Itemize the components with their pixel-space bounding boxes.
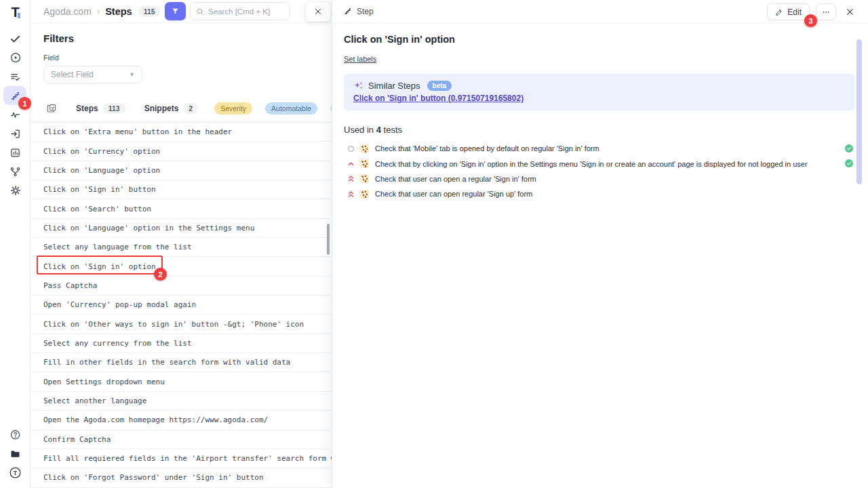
passed-check-icon — [845, 159, 853, 167]
test-title: Check that user can open regular 'Sign u… — [375, 190, 532, 198]
step-row-title: Pass Captcha — [43, 281, 97, 290]
step-row-title: Click on 'Other ways to sign in' button … — [43, 320, 304, 329]
filter-button[interactable] — [165, 2, 186, 20]
t-circle-icon: T — [9, 466, 22, 479]
steps-total-badge: 115 — [138, 6, 161, 17]
test-title: Check that by clicking on 'Sign in' opti… — [375, 160, 808, 168]
filter-pill-severity[interactable]: Severity — [214, 102, 252, 115]
step-row-title: Select any language from the list — [43, 243, 192, 251]
firework-emoji-icon — [360, 159, 369, 168]
edit-button[interactable]: Edit — [767, 3, 810, 20]
step-row-title: Click on 'Search' button — [43, 205, 151, 214]
firework-emoji-icon — [360, 174, 369, 183]
sidebar-item-import[interactable] — [0, 125, 31, 142]
set-labels-link[interactable]: Set labels — [344, 55, 376, 63]
step-row-title: Click on 'Currency' option — [43, 147, 160, 156]
pulse-icon — [9, 109, 21, 121]
similar-steps-box: Similar Steps beta Click on 'Sign in' bu… — [344, 74, 854, 110]
beta-badge: beta — [427, 81, 452, 91]
step-row-title: Click on 'Forgot Password' under 'Sign i… — [43, 473, 264, 482]
annotation-rect-selected-step — [37, 256, 163, 274]
help-icon — [9, 429, 21, 441]
sidebar: T — [0, 0, 31, 488]
search-input[interactable] — [208, 7, 283, 16]
test-row[interactable]: Check that user can open regular 'Sign u… — [344, 186, 868, 201]
sidebar-item-projects[interactable] — [0, 445, 31, 462]
passed-check-icon — [845, 144, 853, 152]
test-row[interactable]: Check that by clicking on 'Sign in' opti… — [344, 156, 868, 171]
sidebar-item-reports[interactable] — [0, 144, 31, 161]
sidebar-item-runs[interactable] — [0, 49, 31, 66]
severity-critical-icon — [347, 190, 355, 199]
sparkles-icon — [353, 81, 363, 91]
app-logo[interactable]: T — [0, 4, 31, 20]
panel-scrollbar[interactable] — [856, 39, 862, 184]
step-row-title: Click on 'Extra menu' button in the head… — [43, 127, 232, 136]
tests-list: Check that 'Mobile' tab is opened by def… — [344, 141, 856, 202]
funnel-icon — [171, 7, 180, 16]
step-detail-panel: Step Edit Click on 'Sign in' option Set … — [332, 0, 868, 488]
sidebar-item-tests[interactable] — [0, 30, 31, 47]
search-close-button[interactable] — [305, 1, 331, 22]
step-row-title: Click on 'Language' option — [43, 166, 160, 175]
breadcrumb-project[interactable]: Agoda.com — [43, 6, 92, 17]
filter-pill-automatable[interactable]: Automatable — [265, 102, 317, 115]
logo-accent — [18, 13, 20, 18]
edit-button-label: Edit — [787, 7, 802, 17]
step-row-title: Fill all requiered fields in the 'Airpor… — [43, 454, 362, 463]
firework-emoji-icon — [360, 144, 369, 153]
app-window: T — [0, 0, 868, 488]
import-icon — [9, 128, 21, 140]
step-row-title: Fill in other fields in the search form … — [43, 358, 290, 367]
tab-snippets[interactable]: Snippets 2 — [144, 103, 199, 114]
step-row-title: Click on 'Language' option in the Settin… — [43, 224, 254, 232]
chevron-down-icon: ▼ — [129, 71, 135, 78]
step-stairs-icon — [343, 7, 352, 16]
gear-icon — [9, 184, 22, 197]
check-icon — [9, 33, 21, 45]
tab-steps-count: 113 — [103, 103, 125, 114]
test-title: Check that user can open a regular 'Sign… — [375, 175, 536, 183]
search-icon — [196, 7, 204, 16]
search-field[interactable] — [190, 2, 290, 20]
step-panel-header: Step Edit — [332, 0, 868, 23]
step-row-title: Select any currency from the list — [43, 339, 192, 348]
used-in-count: 4 — [376, 125, 381, 135]
sidebar-item-branches[interactable] — [0, 163, 31, 180]
panel-close-button[interactable] — [842, 3, 857, 20]
folder-icon — [9, 448, 21, 460]
tab-steps[interactable]: Steps 113 — [76, 103, 125, 114]
sidebar-item-testomat-badge[interactable]: T — [0, 464, 31, 481]
severity-high-icon — [347, 160, 355, 167]
sidebar-item-help[interactable] — [0, 426, 31, 443]
step-row-title: Open 'Currency' pop-up modal again — [43, 300, 196, 309]
select-all-icon[interactable] — [46, 103, 57, 114]
test-row[interactable]: Check that 'Mobile' tab is opened by def… — [344, 141, 868, 156]
step-row-title: Open the Agoda.com homepage https://www.… — [43, 415, 268, 424]
test-row[interactable]: Check that user can open a regular 'Sign… — [344, 171, 868, 186]
severity-critical-icon — [347, 174, 355, 183]
tab-steps-label: Steps — [76, 104, 98, 113]
similar-step-link[interactable]: Click on 'Sign in' button (0.97150719165… — [353, 94, 524, 103]
test-title: Check that 'Mobile' tab is opened by def… — [375, 144, 599, 152]
svg-text:T: T — [14, 469, 18, 476]
field-label: Field — [43, 54, 142, 62]
steps-list-scrollbar[interactable] — [327, 224, 330, 255]
sidebar-item-settings[interactable] — [0, 182, 31, 199]
used-in-heading: Used in 4 tests — [344, 125, 856, 135]
more-options-button[interactable] — [816, 3, 836, 20]
git-branch-icon — [9, 166, 21, 178]
sidebar-item-plans[interactable] — [0, 68, 31, 85]
breadcrumb-page: Steps — [105, 6, 132, 17]
annotation-badge-2: 2 — [154, 268, 167, 281]
close-icon — [846, 7, 854, 16]
tab-snippets-count: 2 — [183, 103, 198, 114]
step-row-title: Click on 'Sign in' button — [43, 185, 156, 194]
step-row-title: Select another language — [43, 396, 146, 405]
list-check-icon — [9, 71, 21, 83]
tab-snippets-label: Snippets — [144, 104, 179, 113]
field-select[interactable]: Select Field ▼ — [43, 66, 142, 83]
step-row-title: Open Settings dropdown menu — [43, 378, 165, 386]
filters-title: Filters — [43, 33, 142, 44]
ellipsis-icon — [821, 7, 831, 17]
